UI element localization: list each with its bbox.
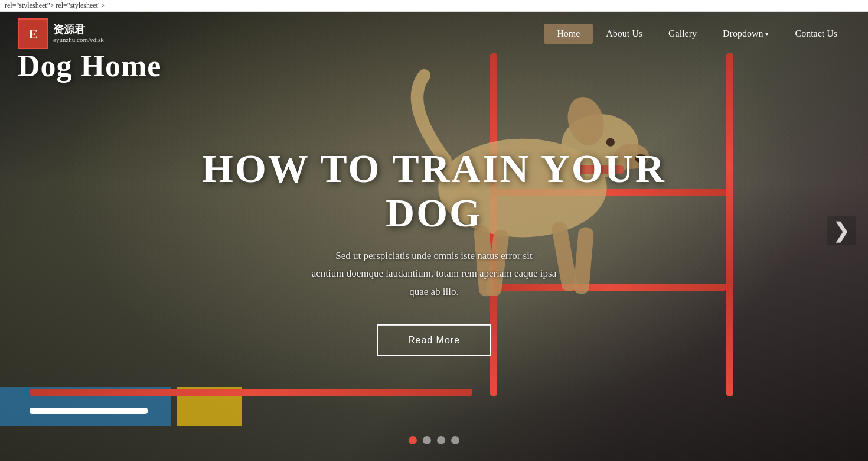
logo-sub-text: eyunzhu.com/vdisk bbox=[53, 36, 104, 43]
nav-item-dropdown[interactable]: Dropdown ▾ bbox=[710, 24, 782, 44]
slider-dot-3[interactable] bbox=[437, 436, 445, 444]
hero-title: HOW TO TRAIN YOUR DOG bbox=[198, 147, 670, 235]
nav-item-about[interactable]: About Us bbox=[593, 24, 655, 44]
hurdle-bar-1 bbox=[30, 389, 472, 396]
top-bar: rel="stylesheet"> rel="stylesheet"> bbox=[0, 0, 868, 12]
svg-point-8 bbox=[606, 138, 615, 147]
site-title: Dog Home bbox=[18, 48, 161, 83]
top-bar-text: rel="stylesheet"> rel="stylesheet"> bbox=[5, 1, 105, 9]
read-more-button[interactable]: Read More bbox=[377, 324, 491, 356]
hero-slider: E 资源君 eyunzhu.com/vdisk Home About Us Ga… bbox=[0, 0, 868, 461]
hurdle-bar-white bbox=[30, 408, 148, 414]
main-nav: Home About Us Gallery Dropdown ▾ Contact… bbox=[544, 24, 850, 44]
nav-item-contact[interactable]: Contact Us bbox=[782, 24, 850, 44]
dropdown-arrow-icon: ▾ bbox=[765, 30, 769, 38]
slider-dots bbox=[409, 436, 459, 444]
slider-dot-2[interactable] bbox=[423, 436, 431, 444]
logo-main-text: 资源君 bbox=[53, 24, 104, 36]
slider-dot-1[interactable] bbox=[409, 436, 417, 444]
agility-pole-right bbox=[726, 53, 733, 396]
slider-dot-4[interactable] bbox=[451, 436, 459, 444]
hero-subtitle: Sed ut perspiciatis unde omnis iste natu… bbox=[198, 246, 670, 301]
slider-next-arrow[interactable]: ❯ bbox=[827, 216, 856, 245]
logo-text-block: 资源君 eyunzhu.com/vdisk bbox=[53, 24, 104, 43]
logo-icon: E bbox=[18, 18, 48, 49]
nav-item-gallery[interactable]: Gallery bbox=[655, 24, 710, 44]
logo-area: E 资源君 eyunzhu.com/vdisk bbox=[18, 18, 104, 49]
hero-content: HOW TO TRAIN YOUR DOG Sed ut perspiciati… bbox=[198, 147, 670, 356]
nav-item-home[interactable]: Home bbox=[544, 24, 593, 44]
